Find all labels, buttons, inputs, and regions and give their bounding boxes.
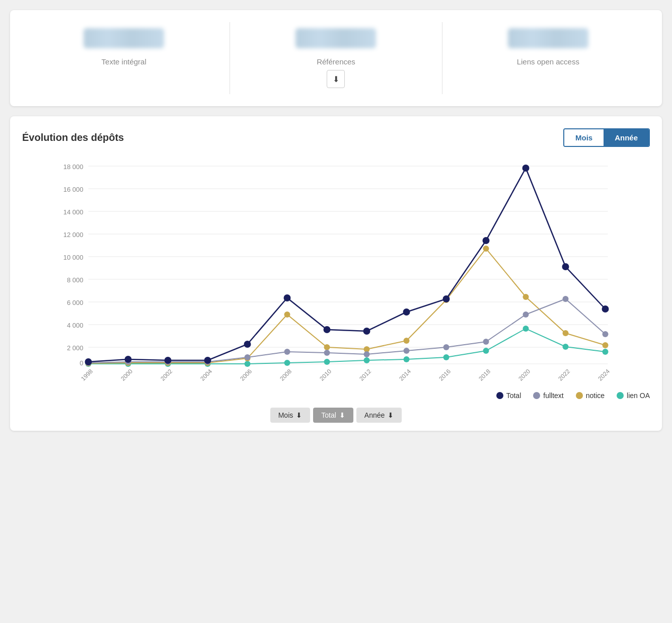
- notice-dot: [523, 294, 529, 300]
- download-mois-label: Mois: [278, 411, 293, 419]
- fulltext-dot: [404, 348, 410, 354]
- notice-dot: [483, 246, 489, 252]
- lien-oa-dot: [483, 348, 489, 354]
- lien-oa-dot: [603, 349, 609, 355]
- lien-oa-dot: [443, 354, 450, 360]
- chart-header: Évolution des dépôts Mois Année: [22, 128, 650, 147]
- chart-svg: 18 000 16 000 14 000 12 000 10 000 8 000…: [22, 155, 650, 386]
- svg-text:2012: 2012: [358, 368, 372, 382]
- svg-text:18 000: 18 000: [63, 163, 84, 171]
- total-dot: [562, 263, 569, 270]
- svg-text:0: 0: [80, 359, 83, 367]
- stat-value-blurred-1: [84, 28, 164, 48]
- toggle-annee-button[interactable]: Année: [604, 129, 649, 146]
- fulltext-dot: [245, 354, 251, 360]
- stat-value-blurred-2: [295, 28, 376, 48]
- svg-text:2008: 2008: [278, 368, 293, 382]
- svg-text:2004: 2004: [199, 368, 213, 382]
- svg-text:1998: 1998: [80, 368, 94, 382]
- svg-text:2010: 2010: [318, 368, 333, 382]
- toggle-group: Mois Année: [563, 128, 650, 147]
- lien-oa-dot: [284, 360, 290, 366]
- download-mois-button[interactable]: Mois ⬇: [270, 408, 311, 423]
- chart-card: Évolution des dépôts Mois Année 18 000 1…: [10, 116, 662, 431]
- stats-card: Texte intégral Références ⬇ Liens open a…: [10, 10, 662, 106]
- total-dot: [165, 357, 172, 364]
- total-dot: [244, 341, 251, 348]
- download-button[interactable]: ⬇: [327, 70, 345, 88]
- total-dot: [602, 305, 609, 313]
- fulltext-dot: [284, 349, 290, 355]
- chart-legend: Total fulltext notice lien OA: [22, 392, 650, 400]
- total-dot: [85, 358, 92, 365]
- fulltext-dot: [523, 312, 529, 318]
- toggle-mois-button[interactable]: Mois: [564, 129, 604, 146]
- svg-text:14 000: 14 000: [63, 208, 84, 216]
- svg-text:2024: 2024: [596, 368, 611, 382]
- svg-text:16 000: 16 000: [63, 186, 84, 193]
- legend-label-fulltext: fulltext: [543, 392, 563, 400]
- svg-text:2018: 2018: [477, 368, 492, 382]
- svg-text:2002: 2002: [159, 368, 174, 382]
- notice-dot: [404, 338, 410, 344]
- lien-oa-dot: [523, 326, 529, 332]
- total-line: [89, 168, 606, 362]
- total-dot: [443, 295, 450, 302]
- legend-dot-notice: [576, 392, 583, 399]
- notice-line: [89, 249, 606, 363]
- svg-text:2000: 2000: [119, 368, 134, 382]
- stat-value-blurred-3: [508, 28, 588, 48]
- stat-liens-oa: Liens open access: [442, 22, 654, 94]
- download-total-icon: ⬇: [339, 411, 345, 419]
- total-dot: [363, 328, 370, 335]
- download-annee-label: Année: [364, 411, 385, 419]
- svg-text:2022: 2022: [557, 368, 571, 382]
- svg-text:10 000: 10 000: [63, 254, 84, 261]
- legend-fulltext: fulltext: [533, 392, 563, 400]
- download-mois-icon: ⬇: [296, 411, 302, 419]
- fulltext-dot: [603, 331, 609, 337]
- fulltext-dot: [483, 339, 489, 345]
- legend-label-total: Total: [506, 392, 521, 400]
- legend-dot-fulltext: [533, 392, 540, 399]
- svg-text:2020: 2020: [517, 368, 532, 382]
- chart-area: 18 000 16 000 14 000 12 000 10 000 8 000…: [22, 155, 650, 386]
- svg-text:6 000: 6 000: [67, 299, 84, 306]
- total-dot: [125, 356, 132, 363]
- lien-oa-dot: [245, 361, 251, 367]
- svg-text:2016: 2016: [437, 368, 452, 382]
- download-total-button[interactable]: Total ⬇: [313, 408, 353, 423]
- total-dot: [403, 308, 410, 316]
- lien-oa-dot: [364, 357, 370, 363]
- fulltext-dot: [324, 350, 330, 356]
- legend-label-lien-oa: lien OA: [627, 392, 650, 400]
- svg-text:12 000: 12 000: [63, 231, 84, 239]
- chart-title: Évolution des dépôts: [22, 132, 124, 143]
- notice-dot: [284, 312, 290, 318]
- legend-dot-total: [496, 392, 503, 399]
- total-dot: [284, 294, 291, 301]
- fulltext-dot: [364, 351, 370, 357]
- total-dot: [522, 165, 530, 172]
- svg-text:8 000: 8 000: [67, 276, 84, 284]
- lien-oa-dot: [404, 356, 410, 362]
- stat-label-3: Liens open access: [453, 57, 644, 66]
- bottom-buttons: Mois ⬇ Total ⬇ Année ⬇: [22, 408, 650, 423]
- svg-text:2006: 2006: [239, 368, 253, 382]
- stats-row: Texte intégral Références ⬇ Liens open a…: [18, 22, 654, 94]
- notice-dot: [324, 344, 330, 350]
- legend-lien-oa: lien OA: [617, 392, 650, 400]
- lien-oa-dot: [324, 359, 330, 365]
- notice-dot: [563, 330, 569, 336]
- fulltext-dot: [443, 344, 450, 350]
- lien-oa-dot: [563, 344, 569, 350]
- stat-label-2: Références: [240, 57, 431, 66]
- stat-references: Références ⬇: [230, 22, 442, 94]
- legend-total: Total: [496, 392, 521, 400]
- total-dot: [483, 237, 490, 244]
- legend-dot-lien-oa: [617, 392, 624, 399]
- download-annee-button[interactable]: Année ⬇: [356, 408, 402, 423]
- svg-text:2014: 2014: [398, 368, 412, 382]
- download-annee-icon: ⬇: [388, 411, 394, 419]
- download-icon: ⬇: [333, 74, 339, 84]
